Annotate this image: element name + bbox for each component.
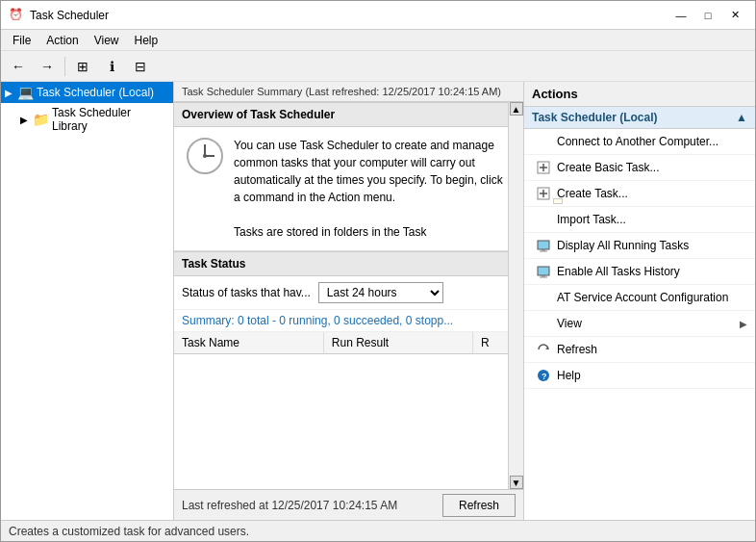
info-icon: ℹ	[110, 59, 114, 74]
last-refreshed-text: Last refreshed at 12/25/2017 10:24:15 AM	[182, 499, 397, 512]
tree-item-library-label: Task Scheduler Library	[52, 106, 169, 133]
action-at-service[interactable]: AT Service Account Configuration	[524, 285, 755, 311]
grid-icon: ⊞	[77, 59, 88, 74]
action-import-label: Import Task...	[557, 213, 626, 226]
clock-icon	[186, 137, 224, 175]
actions-title: Actions	[524, 82, 755, 107]
title-bar-left: ⏰ Task Scheduler	[9, 8, 109, 23]
center-scroll: Overview of Task Scheduler ▲ You can use	[174, 102, 523, 489]
svg-rect-13	[538, 267, 549, 275]
summary-row: Summary: 0 total - 0 running, 0 succeede…	[174, 310, 523, 332]
main-window: ⏰ Task Scheduler — □ ✕ File Action View …	[0, 0, 756, 542]
action-display-running-label: Display All Running Tasks	[557, 239, 689, 252]
right-panel: Actions Task Scheduler (Local) ▲ Connect…	[524, 82, 755, 520]
col-run-result: Run Result	[323, 332, 472, 354]
display-running-icon	[536, 238, 551, 253]
action-refresh-label: Refresh	[557, 343, 597, 356]
import-icon	[536, 212, 551, 227]
action-refresh[interactable]: Refresh	[524, 337, 755, 363]
center-panel: Task Scheduler Summary (Last refreshed: …	[174, 82, 524, 520]
toolbar-back-button[interactable]: ←	[5, 54, 32, 79]
menu-view[interactable]: View	[87, 32, 127, 49]
menu-help[interactable]: Help	[127, 32, 166, 49]
action-create-basic-label: Create Basic Task...	[557, 161, 660, 174]
action-view[interactable]: View ▶	[524, 311, 755, 337]
help-icon: ?	[536, 368, 551, 383]
actions-section-label: Task Scheduler (Local)	[532, 111, 657, 124]
minimize-button[interactable]: —	[668, 6, 693, 25]
menu-action[interactable]: Action	[38, 32, 86, 49]
status-filter-select[interactable]: Last 24 hours Last hour Last week Last m…	[318, 282, 443, 303]
collapse-icon: ⊟	[135, 59, 146, 74]
task-table: Task Name Run Result R	[174, 332, 523, 489]
svg-text:?: ?	[542, 372, 547, 381]
col-task-name: Task Name	[174, 332, 323, 354]
refresh-button[interactable]: Refresh	[442, 494, 516, 517]
menu-file[interactable]: File	[5, 32, 38, 49]
scroll-track	[510, 116, 523, 476]
toolbar-separator	[64, 57, 65, 76]
svg-rect-15	[540, 277, 547, 278]
action-connect[interactable]: Connect to Another Computer...	[524, 129, 755, 155]
tree-item-local[interactable]: ▶ 💻 Task Scheduler (Local)	[1, 82, 173, 103]
view-submenu-arrow: ▶	[740, 319, 747, 329]
status-filter-row: Status of tasks that hav... Last 24 hour…	[174, 276, 523, 310]
tree-item-library[interactable]: ▶ 📁 Task Scheduler Library	[1, 103, 173, 136]
toolbar-collapse-button[interactable]: ⊟	[127, 54, 154, 79]
computer-icon: 💻	[17, 85, 34, 100]
scroll-up-btn[interactable]: ▲	[510, 102, 523, 116]
actions-section-header: Task Scheduler (Local) ▲	[524, 107, 755, 129]
left-panel: ▶ 💻 Task Scheduler (Local) ▶ 📁 Task Sche…	[1, 82, 174, 520]
action-enable-history-label: Enable All Tasks History	[557, 265, 680, 278]
task-status-section-header: Task Status ▲	[174, 251, 523, 276]
back-icon: ←	[12, 59, 25, 74]
status-filter-label: Status of tasks that hav...	[182, 286, 311, 299]
toolbar-forward-button[interactable]: →	[34, 54, 61, 79]
enable-history-icon	[536, 264, 551, 279]
title-bar: ⏰ Task Scheduler — □ ✕	[1, 1, 755, 30]
connect-icon	[536, 134, 551, 149]
svg-point-3	[203, 154, 207, 158]
close-button[interactable]: ✕	[722, 6, 747, 25]
window-title: Task Scheduler	[30, 9, 109, 22]
refresh-icon	[536, 342, 551, 357]
window-icon: ⏰	[9, 8, 24, 23]
svg-rect-11	[542, 249, 545, 251]
center-scrollbar[interactable]: ▲ ▼	[508, 102, 523, 489]
main-area: ▶ 💻 Task Scheduler (Local) ▶ 📁 Task Sche…	[1, 82, 755, 520]
overview-title: Overview of Task Scheduler	[182, 108, 335, 121]
create-task-icon	[536, 186, 551, 201]
task-status-section: Task Status ▲ Status of tasks that hav..…	[174, 251, 523, 489]
status-bar: Creates a customized task for advanced u…	[1, 520, 755, 541]
maximize-button[interactable]: □	[695, 6, 720, 25]
view-icon	[536, 316, 551, 331]
scroll-down-btn[interactable]: ▼	[510, 476, 523, 489]
action-help-label: Help	[557, 369, 581, 382]
action-enable-history[interactable]: Enable All Tasks History	[524, 259, 755, 285]
create-basic-icon	[536, 160, 551, 175]
toolbar-info-button[interactable]: ℹ	[98, 54, 125, 79]
action-import[interactable]: Import Task...	[524, 207, 755, 233]
action-help[interactable]: ? Help	[524, 363, 755, 389]
overview-section: You can use Task Scheduler to create and…	[174, 127, 523, 251]
center-panel-header: Task Scheduler Summary (Last refreshed: …	[174, 82, 523, 102]
action-create-basic[interactable]: Create Basic Task...	[524, 155, 755, 181]
at-service-icon	[536, 290, 551, 305]
svg-rect-12	[540, 251, 547, 252]
action-create-task-label: Create Task...	[557, 187, 628, 200]
action-at-service-label: AT Service Account Configuration	[557, 291, 728, 304]
svg-rect-10	[538, 241, 549, 249]
task-status-title: Task Status	[182, 257, 245, 271]
action-create-task[interactable]: Create Task...	[524, 181, 755, 207]
toolbar-grid-button[interactable]: ⊞	[69, 54, 96, 79]
overview-section-header: Overview of Task Scheduler ▲	[174, 102, 523, 127]
actions-section-collapse-icon[interactable]: ▲	[736, 111, 747, 124]
expand-icon: ▶	[5, 88, 14, 98]
status-bar-text: Creates a customized task for advanced u…	[9, 525, 249, 538]
toolbar: ← → ⊞ ℹ ⊟	[1, 51, 755, 82]
bottom-bar: Last refreshed at 12/25/2017 10:24:15 AM…	[174, 489, 523, 520]
task-results-table: Task Name Run Result R	[174, 332, 523, 354]
overview-text: You can use Task Scheduler to create and…	[234, 137, 512, 241]
action-display-running[interactable]: Display All Running Tasks	[524, 233, 755, 259]
folder-icon: 📁	[33, 112, 49, 127]
